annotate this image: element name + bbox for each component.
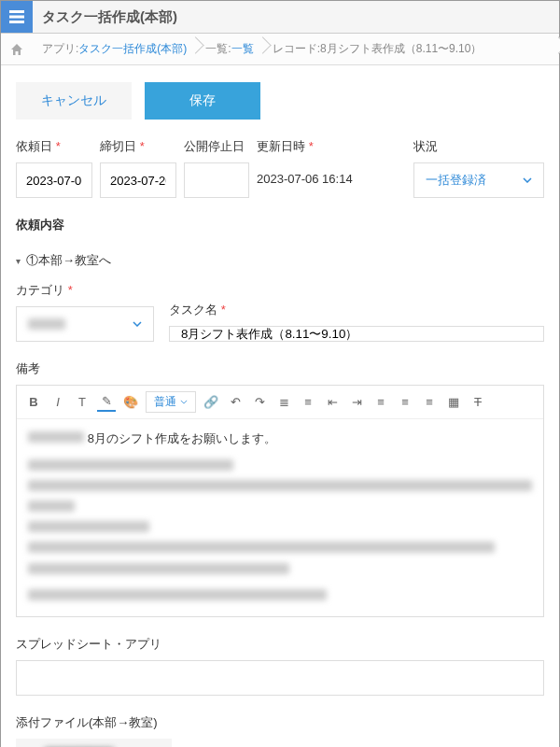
label-status: 状況: [413, 138, 544, 155]
rich-text-editor: B I T ✎ 🎨 普通 🔗 ↶ ↷ ≣ ≡ ⇤ ⇥ ≡ ≡ ≡ ▦ T 8月の…: [16, 385, 544, 617]
undo-icon[interactable]: ↶: [226, 393, 245, 412]
field-shimekiri: 締切日 *: [100, 138, 176, 198]
field-category: カテゴリ *: [16, 282, 154, 342]
crumb-list-link[interactable]: 一覧: [231, 41, 254, 57]
list-ul-icon[interactable]: ≣: [274, 393, 293, 412]
chevron-down-icon: [523, 177, 532, 183]
svg-rect-0: [9, 10, 24, 13]
font-size-select[interactable]: 普通: [146, 391, 196, 413]
input-task[interactable]: [169, 326, 544, 342]
crumb-record-prefix: レコード:: [273, 41, 320, 57]
attachment-item: ✕ ████████ 543 KB: [16, 739, 172, 747]
align-right-icon[interactable]: ≡: [420, 393, 439, 412]
crumb-record-text: 8月シフト表作成（8.11〜9.10）: [320, 41, 482, 57]
required-mark: *: [221, 303, 226, 317]
status-dropdown[interactable]: 一括登録済: [413, 162, 544, 198]
bikou-line-1: 8月のシフト作成をお願いします。: [88, 431, 276, 445]
text-color-icon[interactable]: ✎: [97, 393, 116, 412]
crumb-app-prefix: アプリ:: [42, 41, 78, 57]
field-updated: 更新日時 * 2023-07-06 16:14: [257, 138, 353, 198]
input-shimekiri[interactable]: [100, 162, 176, 198]
label-irai-date: 依頼日: [16, 139, 52, 153]
table-icon[interactable]: ▦: [444, 393, 463, 412]
field-task: タスク名 *: [169, 302, 544, 342]
value-updated: 2023-07-06 16:14: [257, 162, 353, 186]
group-toggle[interactable]: ▾ ①本部→教室へ: [16, 252, 544, 269]
field-status: 状況 一括登録済: [413, 138, 544, 198]
required-mark: *: [56, 139, 61, 153]
palette-icon[interactable]: 🎨: [121, 393, 140, 412]
save-button[interactable]: 保存: [145, 82, 260, 120]
list-ol-icon[interactable]: ≡: [299, 393, 317, 412]
svg-rect-1: [9, 16, 24, 19]
label-attachment: 添付ファイル(本部→教室): [16, 714, 544, 731]
label-updated: 更新日時: [257, 139, 305, 153]
input-koukai-stop[interactable]: [184, 162, 249, 198]
chevron-down-icon: ▾: [16, 256, 21, 266]
section-irai-naiyou: 依頼内容: [16, 217, 544, 233]
category-dropdown[interactable]: [16, 306, 154, 342]
breadcrumb: アプリ: タスク一括作成(本部) 一覧: 一覧 レコード: 8月シフト表作成（8…: [1, 34, 559, 65]
chevron-down-icon: [133, 321, 142, 327]
svg-rect-2: [9, 21, 24, 23]
rte-toolbar: B I T ✎ 🎨 普通 🔗 ↶ ↷ ≣ ≡ ⇤ ⇥ ≡ ≡ ≡ ▦ T: [17, 386, 543, 419]
crumb-list: 一覧: 一覧: [196, 34, 262, 64]
category-value: [28, 318, 65, 330]
input-irai-date[interactable]: [16, 162, 92, 198]
crumb-app-link[interactable]: タスク一括作成(本部): [78, 41, 187, 57]
crumb-record: レコード: 8月シフト表作成（8.11〜9.10）: [263, 34, 559, 64]
italic-icon[interactable]: I: [49, 393, 67, 412]
cancel-button[interactable]: キャンセル: [16, 82, 132, 120]
required-mark: *: [140, 139, 145, 153]
action-buttons: キャンセル 保存: [1, 65, 559, 129]
align-left-icon[interactable]: ≡: [371, 393, 390, 412]
page-title: タスク一括作成(本部): [33, 8, 177, 26]
text-style-icon[interactable]: T: [73, 393, 91, 412]
required-mark: *: [309, 139, 314, 153]
label-category: カテゴリ: [16, 283, 64, 297]
group-title: ①本部→教室へ: [26, 252, 111, 269]
indent-icon[interactable]: ⇥: [347, 393, 366, 412]
app-icon: [1, 1, 33, 33]
link-icon[interactable]: 🔗: [202, 393, 220, 412]
redo-icon[interactable]: ↷: [250, 393, 269, 412]
home-icon[interactable]: [1, 42, 33, 57]
field-irai-date: 依頼日 *: [16, 138, 92, 198]
crumb-app: アプリ: タスク一括作成(本部): [33, 34, 196, 64]
status-value: 一括登録済: [426, 172, 486, 189]
label-task: タスク名: [169, 303, 217, 317]
label-bikou: 備考: [16, 360, 544, 377]
field-koukai-stop: 公開停止日: [184, 138, 249, 198]
titlebar: タスク一括作成(本部): [1, 1, 559, 34]
label-koukai-stop: 公開停止日: [184, 138, 249, 155]
chevron-down-icon: [180, 400, 188, 404]
bold-icon[interactable]: B: [24, 393, 43, 412]
crumb-list-prefix: 一覧:: [205, 41, 231, 57]
label-shimekiri: 締切日: [100, 139, 136, 153]
label-spreadsheet: スプレッドシート・アプリ: [16, 636, 544, 653]
rte-textarea[interactable]: 8月のシフト作成をお願いします。: [17, 419, 543, 616]
align-center-icon[interactable]: ≡: [396, 393, 414, 412]
clear-format-icon[interactable]: T: [469, 393, 487, 412]
font-size-value: 普通: [154, 394, 176, 410]
outdent-icon[interactable]: ⇤: [323, 393, 342, 412]
required-mark: *: [68, 283, 73, 297]
input-spreadsheet[interactable]: [16, 660, 544, 696]
